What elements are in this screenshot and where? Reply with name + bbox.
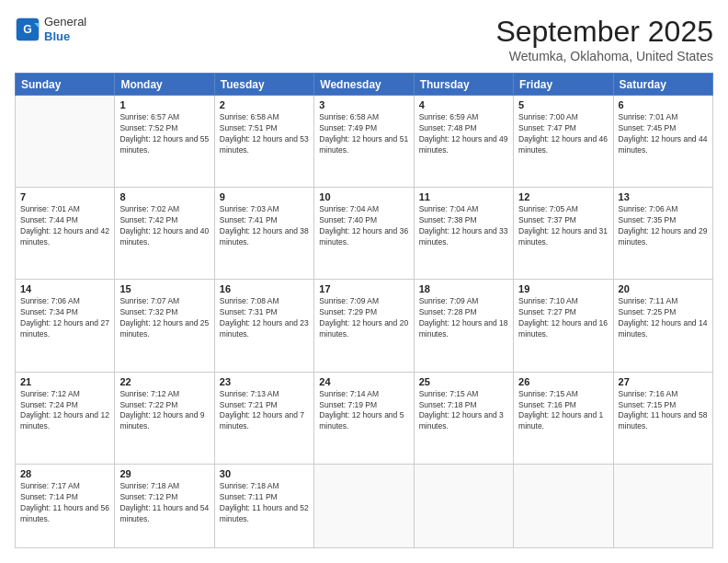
calendar-week-row: 1Sunrise: 6:57 AMSunset: 7:52 PMDaylight… (16, 96, 713, 188)
day-info: Sunrise: 6:59 AMSunset: 7:48 PMDaylight:… (419, 112, 508, 156)
day-info: Sunrise: 7:09 AMSunset: 7:29 PMDaylight:… (319, 296, 408, 340)
day-number: 22 (119, 376, 209, 387)
day-info: Sunrise: 7:06 AMSunset: 7:35 PMDaylight:… (619, 204, 708, 248)
calendar-day-cell: 3Sunrise: 6:58 AMSunset: 7:49 PMDaylight… (314, 96, 414, 188)
day-info: Sunrise: 7:07 AMSunset: 7:32 PMDaylight:… (119, 296, 209, 340)
calendar-day-cell: 21Sunrise: 7:12 AMSunset: 7:24 PMDayligh… (16, 372, 115, 464)
day-number: 20 (619, 283, 708, 294)
day-info: Sunrise: 7:00 AMSunset: 7:47 PMDaylight:… (518, 112, 608, 156)
weekday-header: Tuesday (214, 74, 313, 96)
day-number: 21 (20, 376, 109, 387)
day-number: 18 (419, 283, 508, 294)
day-number: 19 (518, 283, 608, 294)
day-info: Sunrise: 7:04 AMSunset: 7:40 PMDaylight:… (319, 204, 408, 248)
day-number: 16 (220, 283, 309, 294)
day-number: 10 (319, 191, 408, 202)
day-info: Sunrise: 7:01 AMSunset: 7:44 PMDaylight:… (20, 204, 109, 248)
day-info: Sunrise: 7:15 AMSunset: 7:16 PMDaylight:… (518, 389, 608, 433)
day-info: Sunrise: 7:04 AMSunset: 7:38 PMDaylight:… (419, 204, 508, 248)
calendar-day-cell: 10Sunrise: 7:04 AMSunset: 7:40 PMDayligh… (314, 188, 414, 280)
day-number: 28 (20, 468, 109, 479)
calendar-day-cell: 20Sunrise: 7:11 AMSunset: 7:25 PMDayligh… (613, 280, 712, 372)
weekday-header: Wednesday (314, 74, 414, 96)
calendar-day-cell: 28Sunrise: 7:17 AMSunset: 7:14 PMDayligh… (16, 464, 115, 547)
calendar-day-cell: 17Sunrise: 7:09 AMSunset: 7:29 PMDayligh… (314, 280, 414, 372)
day-number: 11 (419, 191, 508, 202)
day-number: 1 (119, 99, 209, 110)
day-info: Sunrise: 7:13 AMSunset: 7:21 PMDaylight:… (220, 389, 309, 433)
calendar-day-cell: 4Sunrise: 6:59 AMSunset: 7:48 PMDaylight… (414, 96, 513, 188)
calendar-header-row: SundayMondayTuesdayWednesdayThursdayFrid… (16, 74, 713, 96)
day-info: Sunrise: 7:11 AMSunset: 7:25 PMDaylight:… (619, 296, 708, 340)
day-number: 25 (419, 376, 508, 387)
calendar-day-cell: 23Sunrise: 7:13 AMSunset: 7:21 PMDayligh… (214, 372, 313, 464)
calendar-page: G General Blue September 2025 Wetumka, O… (0, 0, 728, 563)
day-info: Sunrise: 6:58 AMSunset: 7:49 PMDaylight:… (319, 112, 408, 156)
calendar-day-cell: 27Sunrise: 7:16 AMSunset: 7:15 PMDayligh… (613, 372, 712, 464)
day-number: 26 (518, 376, 608, 387)
day-number: 9 (220, 191, 309, 202)
day-number: 5 (518, 99, 608, 110)
calendar-day-cell: 22Sunrise: 7:12 AMSunset: 7:22 PMDayligh… (115, 372, 214, 464)
calendar-day-cell: 9Sunrise: 7:03 AMSunset: 7:41 PMDaylight… (214, 188, 313, 280)
calendar-day-cell: 13Sunrise: 7:06 AMSunset: 7:35 PMDayligh… (613, 188, 712, 280)
day-info: Sunrise: 7:03 AMSunset: 7:41 PMDaylight:… (220, 204, 309, 248)
calendar-day-cell: 5Sunrise: 7:00 AMSunset: 7:47 PMDaylight… (514, 96, 613, 188)
day-number: 29 (119, 468, 209, 479)
weekday-header: Thursday (414, 74, 513, 96)
day-info: Sunrise: 6:58 AMSunset: 7:51 PMDaylight:… (220, 112, 309, 156)
month-title: September 2025 (495, 15, 713, 49)
day-info: Sunrise: 7:01 AMSunset: 7:45 PMDaylight:… (619, 112, 708, 156)
logo-general: General (44, 15, 86, 29)
day-info: Sunrise: 7:09 AMSunset: 7:28 PMDaylight:… (419, 296, 508, 340)
day-info: Sunrise: 7:14 AMSunset: 7:19 PMDaylight:… (319, 389, 408, 433)
location: Wetumka, Oklahoma, United States (495, 49, 713, 63)
calendar-day-cell: 14Sunrise: 7:06 AMSunset: 7:34 PMDayligh… (16, 280, 115, 372)
day-info: Sunrise: 7:12 AMSunset: 7:22 PMDaylight:… (119, 389, 209, 433)
day-number: 13 (619, 191, 708, 202)
calendar-day-cell (514, 464, 613, 547)
svg-text:G: G (23, 22, 32, 35)
title-block: September 2025 Wetumka, Oklahoma, United… (495, 15, 713, 63)
weekday-header: Sunday (16, 74, 115, 96)
calendar-week-row: 21Sunrise: 7:12 AMSunset: 7:24 PMDayligh… (16, 372, 713, 464)
calendar-day-cell: 29Sunrise: 7:18 AMSunset: 7:12 PMDayligh… (115, 464, 214, 547)
day-number: 15 (119, 283, 209, 294)
weekday-header: Saturday (613, 74, 712, 96)
calendar-day-cell: 2Sunrise: 6:58 AMSunset: 7:51 PMDaylight… (214, 96, 313, 188)
calendar-day-cell: 24Sunrise: 7:14 AMSunset: 7:19 PMDayligh… (314, 372, 414, 464)
logo: G General Blue (15, 15, 86, 43)
day-number: 7 (20, 191, 109, 202)
day-number: 23 (220, 376, 309, 387)
weekday-header: Friday (514, 74, 613, 96)
calendar-day-cell: 18Sunrise: 7:09 AMSunset: 7:28 PMDayligh… (414, 280, 513, 372)
calendar-day-cell (16, 96, 115, 188)
day-number: 3 (319, 99, 408, 110)
logo-blue: Blue (44, 29, 86, 44)
day-info: Sunrise: 7:05 AMSunset: 7:37 PMDaylight:… (518, 204, 608, 248)
calendar-week-row: 7Sunrise: 7:01 AMSunset: 7:44 PMDaylight… (16, 188, 713, 280)
day-info: Sunrise: 7:15 AMSunset: 7:18 PMDaylight:… (419, 389, 508, 433)
calendar-day-cell: 6Sunrise: 7:01 AMSunset: 7:45 PMDaylight… (613, 96, 712, 188)
day-number: 30 (220, 468, 309, 479)
calendar-day-cell: 26Sunrise: 7:15 AMSunset: 7:16 PMDayligh… (514, 372, 613, 464)
day-info: Sunrise: 7:06 AMSunset: 7:34 PMDaylight:… (20, 296, 109, 340)
day-info: Sunrise: 7:18 AMSunset: 7:11 PMDaylight:… (220, 481, 309, 525)
day-number: 27 (619, 376, 708, 387)
day-number: 14 (20, 283, 109, 294)
calendar-day-cell (414, 464, 513, 547)
calendar-day-cell: 25Sunrise: 7:15 AMSunset: 7:18 PMDayligh… (414, 372, 513, 464)
calendar-week-row: 28Sunrise: 7:17 AMSunset: 7:14 PMDayligh… (16, 464, 713, 547)
calendar-table: SundayMondayTuesdayWednesdayThursdayFrid… (15, 73, 713, 548)
day-number: 2 (220, 99, 309, 110)
calendar-day-cell: 30Sunrise: 7:18 AMSunset: 7:11 PMDayligh… (214, 464, 313, 547)
day-number: 8 (119, 191, 209, 202)
calendar-day-cell: 15Sunrise: 7:07 AMSunset: 7:32 PMDayligh… (115, 280, 214, 372)
day-info: Sunrise: 7:16 AMSunset: 7:15 PMDaylight:… (619, 389, 708, 433)
day-number: 12 (518, 191, 608, 202)
calendar-day-cell: 1Sunrise: 6:57 AMSunset: 7:52 PMDaylight… (115, 96, 214, 188)
day-number: 6 (619, 99, 708, 110)
day-info: Sunrise: 7:17 AMSunset: 7:14 PMDaylight:… (20, 481, 109, 525)
day-info: Sunrise: 7:12 AMSunset: 7:24 PMDaylight:… (20, 389, 109, 433)
day-info: Sunrise: 7:08 AMSunset: 7:31 PMDaylight:… (220, 296, 309, 340)
